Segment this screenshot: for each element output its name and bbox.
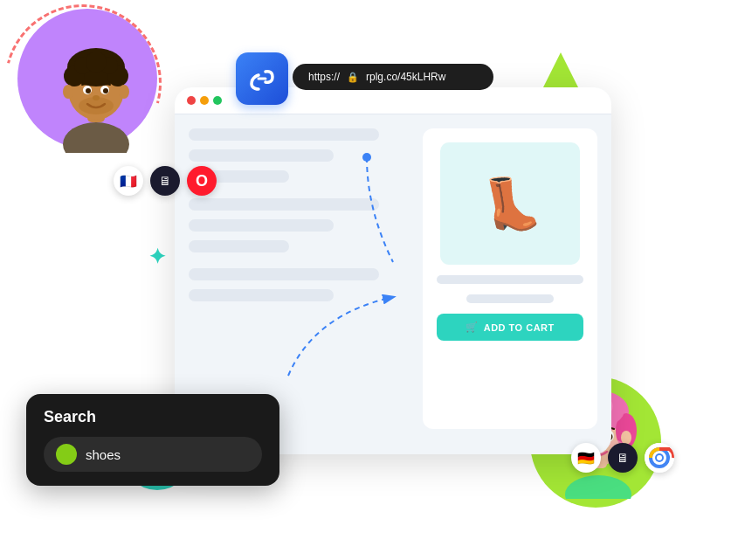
browser-icons-group-2: 🇩🇪 🖥	[571, 443, 674, 473]
content-bar-2	[189, 149, 334, 162]
add-to-cart-label: ADD TO CART	[484, 322, 555, 333]
browser-left-content	[189, 128, 412, 429]
search-input-row[interactable]: shoes	[44, 437, 262, 472]
cart-icon: 🛒	[465, 321, 479, 333]
url-domain: rplg.co/45kLHRw	[366, 71, 445, 83]
content-bar-4	[189, 198, 379, 211]
search-query-text: shoes	[86, 447, 121, 462]
main-scene: ✦ ✦	[0, 0, 731, 560]
svg-point-8	[86, 52, 107, 73]
svg-point-11	[86, 88, 91, 93]
url-bar[interactable]: https:// 🔒 rplg.co/45kLHRw	[293, 64, 493, 90]
search-panel: Search shoes	[26, 394, 279, 486]
cross-decoration-1: ✦	[148, 245, 166, 269]
content-bar-1	[189, 128, 379, 141]
svg-point-15	[63, 85, 73, 99]
dot-red	[187, 96, 196, 105]
shoe-product-image: 👢	[472, 168, 548, 240]
add-to-cart-button[interactable]: 🛒 ADD TO CART	[437, 314, 583, 341]
opera-icon: O	[187, 166, 217, 196]
dot-yellow	[200, 96, 209, 105]
svg-point-19	[565, 475, 631, 499]
product-name-bar	[437, 275, 583, 284]
svg-point-12	[103, 88, 108, 93]
svg-point-0	[63, 122, 129, 153]
svg-point-41	[657, 455, 662, 460]
browser-icons-group-1: 🇫🇷 🖥 O	[114, 166, 217, 196]
content-bar-5	[189, 219, 334, 232]
rplg-app-icon[interactable]	[236, 52, 288, 105]
svg-point-14	[79, 97, 114, 114]
svg-point-16	[119, 85, 129, 99]
browser-dots	[187, 96, 222, 105]
search-dot-icon	[56, 444, 77, 465]
flag-germany-icon: 🇩🇪	[571, 443, 601, 473]
url-https: https://	[308, 71, 340, 83]
content-bar-7	[189, 268, 379, 280]
product-price-bar	[466, 294, 555, 303]
dot-green	[213, 96, 222, 105]
product-card: 👢 🛒 ADD TO CART	[423, 128, 597, 429]
monitor-icon-2: 🖥	[608, 443, 638, 473]
monitor-icon-1: 🖥	[150, 166, 180, 196]
content-bar-6	[189, 240, 289, 252]
flag-france-icon: 🇫🇷	[114, 166, 143, 196]
lock-icon: 🔒	[347, 72, 359, 83]
product-image: 👢	[440, 142, 580, 265]
avatar-male	[26, 4, 166, 170]
search-title: Search	[44, 408, 262, 426]
content-bar-8	[189, 289, 334, 301]
chrome-icon	[645, 443, 674, 473]
